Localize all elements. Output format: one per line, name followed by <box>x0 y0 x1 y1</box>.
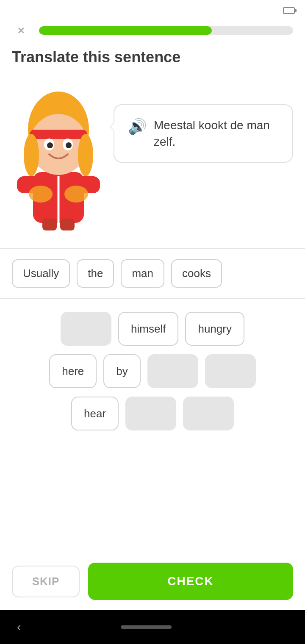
character-figure <box>12 79 109 231</box>
answer-chip-cooks[interactable]: cooks <box>171 259 222 288</box>
svg-point-8 <box>30 114 87 175</box>
skip-button[interactable]: SKIP <box>12 566 80 597</box>
progress-bar-fill <box>39 26 212 35</box>
svg-point-14 <box>47 142 53 148</box>
svg-point-6 <box>64 186 88 203</box>
speaker-icon[interactable]: 🔊 <box>128 118 147 136</box>
check-button[interactable]: CHECK <box>88 563 293 600</box>
word-chip-hear[interactable]: hear <box>71 397 119 430</box>
answer-chip-usually[interactable]: Usually <box>12 259 70 288</box>
word-chip-empty-4 <box>125 397 176 430</box>
bottom-nav: ‹ <box>0 610 305 644</box>
top-nav: × <box>0 21 305 40</box>
word-chip-empty-5 <box>183 397 234 430</box>
svg-rect-9 <box>30 130 87 139</box>
word-chip-himself[interactable]: himself <box>118 312 178 346</box>
word-bank-row-1: himself hungry <box>12 312 293 346</box>
word-bank-row-3: hear <box>12 397 293 430</box>
speech-bubble: 🔊 Meestal kookt de man zelf. <box>114 104 293 163</box>
character-area: 🔊 Meestal kookt de man zelf. <box>0 79 305 231</box>
close-button[interactable]: × <box>12 21 30 40</box>
bubble-content: 🔊 Meestal kookt de man zelf. <box>128 117 279 150</box>
word-bank-row-2: here by <box>12 354 293 388</box>
svg-point-15 <box>66 142 72 148</box>
svg-rect-16 <box>42 219 57 230</box>
battery-icon <box>283 7 295 14</box>
svg-point-5 <box>29 186 53 203</box>
answer-chip-man[interactable]: man <box>121 259 164 288</box>
character-svg <box>12 79 105 231</box>
progress-bar-container <box>39 26 293 35</box>
word-chip-empty-1 <box>61 312 111 346</box>
word-chip-by[interactable]: by <box>103 354 140 388</box>
answer-chip-the[interactable]: the <box>77 259 114 288</box>
instruction-area: Translate this sentence <box>0 48 305 66</box>
action-area: SKIP CHECK <box>0 552 305 610</box>
svg-point-11 <box>78 134 93 176</box>
back-button[interactable]: ‹ <box>17 620 21 634</box>
word-chip-empty-3 <box>205 354 256 388</box>
svg-rect-17 <box>60 219 75 230</box>
word-chip-hungry[interactable]: hungry <box>185 312 244 346</box>
word-bank: himself hungry here by hear <box>0 299 305 552</box>
svg-point-10 <box>24 134 39 176</box>
nav-pill <box>121 625 172 629</box>
bubble-text: Meestal kookt de man zelf. <box>154 117 279 150</box>
word-chip-empty-2 <box>147 354 198 388</box>
instruction-text: Translate this sentence <box>12 48 180 66</box>
status-bar <box>0 0 305 21</box>
answer-area: Usually the man cooks <box>0 248 305 299</box>
word-chip-here[interactable]: here <box>49 354 97 388</box>
